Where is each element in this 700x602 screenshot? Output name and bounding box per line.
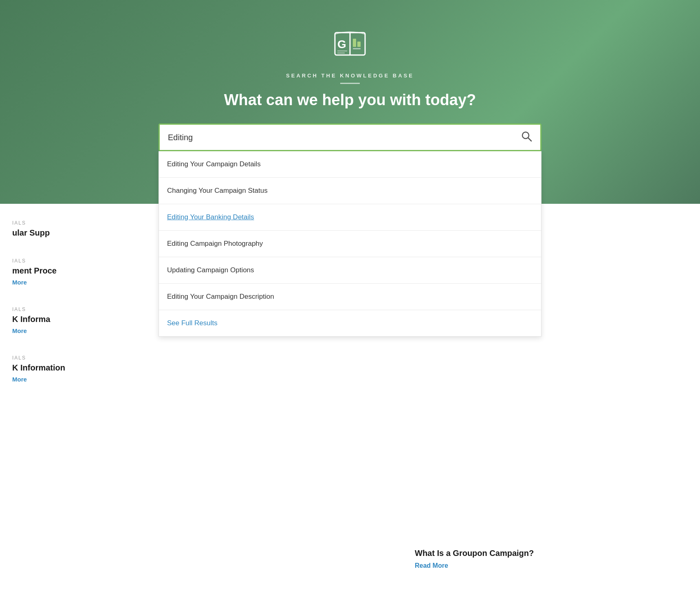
svg-line-9 [528, 138, 532, 141]
hero-title: What can we help you with today? [224, 91, 476, 109]
partial-heading-1: ular Supp [12, 228, 90, 238]
dropdown-item-6[interactable]: Editing Your Campaign Description [159, 284, 541, 310]
hero-section: G SEARCH THE KNOWLEDGE BASE What can we … [0, 0, 700, 204]
dropdown-item-4[interactable]: Editing Campaign Photography [159, 231, 541, 257]
svg-rect-3 [353, 39, 356, 47]
dropdown-item-3[interactable]: Editing Your Banking Details [159, 204, 541, 231]
svg-rect-5 [353, 48, 361, 49]
partial-heading-2: ment Proce [12, 266, 90, 276]
partial-tag-1: ials [12, 220, 90, 226]
partial-heading-3: K Informa [12, 315, 90, 324]
logo-icon: G [332, 24, 368, 61]
dropdown-item-1[interactable]: Editing Your Campaign Details [159, 151, 541, 178]
right-bottom-heading: What Is a Groupon Campaign? [415, 549, 619, 558]
partial-tag-2: ials [12, 258, 90, 264]
dropdown-item-2[interactable]: Changing Your Campaign Status [159, 178, 541, 204]
search-dropdown: Editing Your Campaign Details Changing Y… [158, 151, 542, 337]
partial-more-link-3[interactable]: More [12, 327, 27, 334]
search-wrapper: Editing Your Campaign Details Changing Y… [158, 123, 542, 151]
partial-tag-3: ials [12, 307, 90, 312]
read-more-link[interactable]: Read More [415, 562, 448, 569]
partial-block-3: ials K Informa More [12, 307, 90, 335]
hero-divider [340, 83, 360, 84]
partial-more-link-4[interactable]: More [12, 376, 27, 383]
svg-rect-4 [357, 42, 361, 47]
partial-tag-4: ials [12, 355, 90, 361]
svg-text:G: G [337, 38, 346, 51]
partial-block-1: ials ular Supp [12, 220, 90, 238]
hero-subtitle: SEARCH THE KNOWLEDGE BASE [286, 73, 414, 79]
left-partial-content: ials ular Supp ials ment Proce More ials… [0, 204, 90, 404]
svg-point-8 [522, 132, 529, 139]
partial-more-link-2[interactable]: More [12, 279, 27, 286]
partial-block-2: ials ment Proce More [12, 258, 90, 286]
partial-block-4: ials K Information More [12, 355, 90, 383]
search-input[interactable] [168, 133, 521, 142]
search-icon[interactable] [521, 130, 532, 145]
partial-heading-4: K Information [12, 363, 90, 373]
dropdown-see-full-results[interactable]: See Full Results [159, 310, 541, 336]
dropdown-item-5[interactable]: Updating Campaign Options [159, 257, 541, 284]
right-bottom-block: What Is a Groupon Campaign? Read More [415, 549, 619, 569]
search-box [158, 123, 542, 151]
